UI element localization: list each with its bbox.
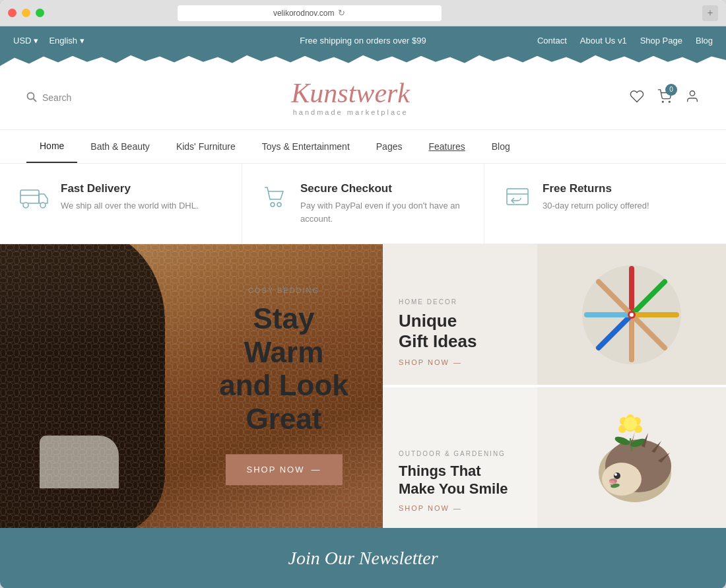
newsletter-section: Join Our Newsletter: [0, 528, 726, 588]
header-icons: 0: [630, 89, 700, 107]
free-returns-title: Free Returns: [543, 182, 649, 195]
hero-main-panel: COSY BEDDING Stay Warm and Look Great SH…: [0, 244, 383, 528]
arrow-icon: —: [453, 358, 462, 366]
svg-point-45: [609, 480, 615, 484]
hedgehog-image: [537, 387, 726, 528]
svg-line-1: [34, 98, 37, 102]
svg-point-31: [602, 463, 642, 496]
clock-image: [537, 244, 726, 385]
nav-pages[interactable]: Pages: [363, 131, 416, 162]
shop-page-link[interactable]: Shop Page: [640, 36, 682, 46]
feature-boxes: Fast Delivery We ship all over the world…: [0, 164, 726, 244]
nav-kids-furniture[interactable]: Kids' Furniture: [163, 131, 249, 162]
cart-secure-icon: [262, 185, 288, 214]
free-returns-desc: 30-day return policy offered!: [543, 199, 649, 212]
hero-section: COSY BEDDING Stay Warm and Look Great SH…: [0, 244, 726, 528]
home-decor-title: Unique Gift Ideas: [399, 311, 477, 352]
reload-icon[interactable]: ↻: [338, 8, 345, 18]
hero-title: Stay Warm and Look Great: [211, 302, 356, 436]
cart-button[interactable]: 0: [657, 89, 672, 107]
svg-point-9: [271, 203, 275, 207]
fast-delivery-title: Fast Delivery: [61, 182, 199, 195]
wishlist-button[interactable]: [630, 89, 644, 107]
arrow-icon: —: [453, 504, 462, 512]
svg-point-3: [669, 101, 670, 102]
svg-rect-5: [20, 190, 39, 203]
svg-point-0: [28, 92, 34, 99]
feature-free-returns: Free Returns 30-day return policy offere…: [484, 164, 726, 244]
svg-point-32: [614, 473, 620, 479]
svg-point-44: [624, 417, 637, 430]
cart-count: 0: [665, 84, 677, 96]
svg-point-10: [277, 203, 281, 207]
nav-features[interactable]: Features: [415, 131, 478, 162]
secure-checkout-title: Secure Checkout: [300, 182, 464, 195]
browser-chrome: velikorodnov.com ↻ +: [0, 0, 726, 26]
feature-fast-delivery: Fast Delivery We ship all over the world…: [0, 164, 242, 244]
new-tab-button[interactable]: +: [702, 5, 718, 21]
chevron-down-icon: ▾: [80, 36, 84, 46]
svg-point-4: [690, 90, 694, 95]
contact-link[interactable]: Contact: [537, 36, 567, 46]
fast-delivery-desc: We ship all over the world with DHL.: [61, 199, 199, 212]
home-decor-panel: HOME DECOR Unique Gift Ideas SHOP NOW —: [383, 244, 726, 385]
about-link[interactable]: About Us v1: [580, 36, 627, 46]
address-bar[interactable]: velikorodnov.com ↻: [178, 5, 442, 21]
torn-paper-decoration: [0, 54, 726, 66]
url-text: velikorodnov.com: [273, 9, 334, 18]
logo-text: Kunstwerk: [291, 79, 410, 107]
outdoor-shop-link[interactable]: SHOP NOW —: [399, 504, 508, 512]
outdoor-panel: OUTDOOR & GARDENING Things That Make You…: [383, 385, 726, 528]
svg-point-7: [40, 203, 46, 208]
language-dropdown[interactable]: English ▾: [49, 36, 84, 46]
maximize-button[interactable]: [36, 9, 44, 17]
home-decor-content: HOME DECOR Unique Gift Ideas SHOP NOW —: [399, 298, 477, 366]
top-bar: USD ▾ English ▾ Free shipping on orders …: [0, 26, 726, 54]
main-navigation: Home Bath & Beauty Kids' Furniture Toys …: [0, 130, 726, 164]
close-button[interactable]: [8, 9, 16, 17]
nav-bath-beauty[interactable]: Bath & Beauty: [77, 131, 163, 162]
hero-content: COSY BEDDING Stay Warm and Look Great SH…: [211, 286, 356, 485]
browser-window: velikorodnov.com ↻ + USD ▾ English ▾ Fre…: [0, 0, 726, 588]
hero-shop-now-button[interactable]: SHOP NOW —: [226, 455, 343, 486]
minimize-button[interactable]: [22, 9, 30, 17]
search-label: Search: [42, 92, 71, 103]
top-bar-right: Contact About Us v1 Shop Page Blog: [537, 36, 713, 46]
chevron-down-icon: ▾: [34, 36, 38, 46]
truck-icon: [20, 185, 49, 214]
hero-right-panels: HOME DECOR Unique Gift Ideas SHOP NOW —: [383, 244, 726, 528]
search-icon: [26, 92, 37, 104]
search-button[interactable]: Search: [26, 92, 71, 104]
shipping-notice: Free shipping on orders over $99: [300, 36, 426, 46]
svg-point-6: [23, 203, 28, 208]
svg-point-33: [614, 473, 617, 476]
arrow-icon: —: [312, 465, 321, 475]
logo[interactable]: Kunstwerk handmade marketplace: [291, 79, 410, 116]
logo-tagline: handmade marketplace: [291, 108, 410, 116]
outdoor-category: OUTDOOR & GARDENING: [399, 450, 508, 457]
hero-category-label: COSY BEDDING: [211, 286, 356, 294]
top-bar-left: USD ▾ English ▾: [13, 36, 84, 46]
nav-home[interactable]: Home: [26, 130, 77, 163]
feature-secure-checkout: Secure Checkout Pay with PayPal even if …: [242, 164, 484, 244]
svg-point-2: [662, 101, 663, 102]
home-decor-shop-link[interactable]: SHOP NOW —: [399, 358, 477, 366]
outdoor-content: OUTDOOR & GARDENING Things That Make You…: [399, 450, 508, 512]
account-button[interactable]: [685, 89, 700, 107]
newsletter-title: Join Our Newsletter: [288, 548, 438, 569]
outdoor-title: Things That Make You Smile: [399, 463, 508, 498]
nav-toys-entertainment[interactable]: Toys & Entertainment: [249, 131, 363, 162]
svg-point-28: [630, 313, 634, 317]
svg-rect-11: [507, 189, 528, 205]
secure-checkout-desc: Pay with PayPal even if you don't have a…: [300, 199, 464, 225]
return-icon: [504, 185, 531, 214]
blog-link[interactable]: Blog: [696, 36, 713, 46]
nav-blog[interactable]: Blog: [478, 131, 523, 162]
currency-dropdown[interactable]: USD ▾: [13, 36, 38, 46]
site-header: Search Kunstwerk handmade marketplace 0: [0, 66, 726, 130]
home-decor-category: HOME DECOR: [399, 298, 477, 306]
